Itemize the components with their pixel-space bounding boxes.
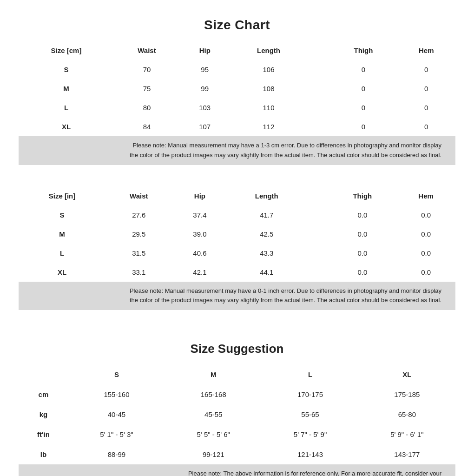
suggestion-table: S M L XL cm 155-160 165-168 170-175 175-… — [19, 364, 455, 464]
cm-length-cell: 110 — [230, 98, 307, 117]
in-header-length: Length — [227, 186, 306, 205]
cm-size-cell: L — [19, 98, 114, 117]
cm-empty-cell — [308, 60, 330, 79]
table-row: S 27.6 37.4 41.7 0.0 0.0 — [19, 205, 455, 225]
in-thigh-cell: 0.0 — [328, 263, 396, 282]
cm-waist-cell: 75 — [114, 79, 180, 98]
in-empty-cell — [306, 225, 328, 244]
cm-empty-cell — [308, 98, 330, 117]
cm-size-cell: S — [19, 60, 114, 79]
cm-hem-cell: 0 — [397, 79, 455, 98]
page-title: Size Chart — [19, 18, 455, 33]
suggestion-label-cell: lb — [19, 444, 68, 464]
cm-waist-cell: 80 — [114, 98, 180, 117]
in-empty-cell — [306, 205, 328, 225]
suggestion-header-xl: XL — [359, 364, 455, 384]
in-length-cell: 41.7 — [227, 205, 306, 225]
in-hem-cell: 0.0 — [396, 225, 455, 244]
cm-table-section: Size [cm] Waist Hip Length Thigh Hem S 7… — [19, 41, 455, 165]
in-hip-cell: 40.6 — [172, 244, 228, 263]
cm-length-cell: 106 — [230, 60, 307, 79]
suggestion-label-cell: cm — [19, 384, 68, 404]
in-length-cell: 44.1 — [227, 263, 306, 282]
in-waist-cell: 33.1 — [105, 263, 172, 282]
suggestion-header-s: S — [68, 364, 165, 384]
in-length-cell: 43.3 — [227, 244, 306, 263]
cm-size-cell: M — [19, 79, 114, 98]
list-item: lb 88-99 99-121 121-143 143-177 — [19, 444, 455, 464]
cm-header-waist: Waist — [114, 41, 180, 60]
in-waist-cell: 31.5 — [105, 244, 172, 263]
table-row: XL 84 107 112 0 0 — [19, 117, 455, 136]
in-header-empty — [306, 186, 328, 205]
in-note: Please note: Manual measurement may have… — [19, 282, 455, 311]
suggestion-label-cell: ft'in — [19, 424, 68, 444]
table-row: M 29.5 39.0 42.5 0.0 0.0 — [19, 225, 455, 244]
suggestion-label-cell: kg — [19, 404, 68, 424]
suggestion-title: Size Suggestion — [19, 342, 455, 356]
suggestion-header-m: M — [165, 364, 262, 384]
suggestion-m-cell: 45-55 — [165, 404, 262, 424]
in-thigh-cell: 0.0 — [328, 244, 396, 263]
suggestion-s-cell: 155-160 — [68, 384, 165, 404]
table-row: M 75 99 108 0 0 — [19, 79, 455, 98]
in-hem-cell: 0.0 — [396, 205, 455, 225]
cm-thigh-cell: 0 — [329, 98, 397, 117]
suggestion-l-cell: 55-65 — [262, 404, 358, 424]
suggestion-header-row: S M L XL — [19, 364, 455, 384]
cm-thigh-cell: 0 — [329, 79, 397, 98]
in-thigh-cell: 0.0 — [328, 225, 396, 244]
in-length-cell: 42.5 — [227, 225, 306, 244]
cm-size-table: Size [cm] Waist Hip Length Thigh Hem S 7… — [19, 41, 455, 136]
cm-length-cell: 112 — [230, 117, 307, 136]
in-empty-cell — [306, 244, 328, 263]
cm-hip-cell: 107 — [180, 117, 230, 136]
in-size-cell: S — [19, 205, 105, 225]
cm-header-hip: Hip — [180, 41, 230, 60]
cm-length-cell: 108 — [230, 79, 307, 98]
in-header-hem: Hem — [396, 186, 455, 205]
cm-hem-cell: 0 — [397, 60, 455, 79]
in-hip-cell: 42.1 — [172, 263, 228, 282]
in-size-cell: M — [19, 225, 105, 244]
in-header-waist: Waist — [105, 186, 172, 205]
cm-empty-cell — [308, 117, 330, 136]
cm-header-row: Size [cm] Waist Hip Length Thigh Hem — [19, 41, 455, 60]
cm-hip-cell: 99 — [180, 79, 230, 98]
in-hem-cell: 0.0 — [396, 244, 455, 263]
in-hip-cell: 37.4 — [172, 205, 228, 225]
in-hip-cell: 39.0 — [172, 225, 228, 244]
in-header-row: Size [in] Waist Hip Length Thigh Hem — [19, 186, 455, 205]
suggestion-header-empty — [19, 364, 68, 384]
in-waist-cell: 27.6 — [105, 205, 172, 225]
suggestion-xl-cell: 143-177 — [359, 444, 455, 464]
in-header-thigh: Thigh — [328, 186, 396, 205]
table-row: L 31.5 40.6 43.3 0.0 0.0 — [19, 244, 455, 263]
list-item: kg 40-45 45-55 55-65 65-80 — [19, 404, 455, 424]
cm-note: Please note: Manual measurement may have… — [19, 136, 455, 165]
table-row: L 80 103 110 0 0 — [19, 98, 455, 117]
table-row: XL 33.1 42.1 44.1 0.0 0.0 — [19, 263, 455, 282]
in-size-cell: XL — [19, 263, 105, 282]
cm-header-thigh: Thigh — [329, 41, 397, 60]
in-size-table: Size [in] Waist Hip Length Thigh Hem S 2… — [19, 186, 455, 282]
suggestion-xl-cell: 5' 9" - 6' 1" — [359, 424, 455, 444]
cm-header-size: Size [cm] — [19, 41, 114, 60]
in-empty-cell — [306, 263, 328, 282]
cm-waist-cell: 84 — [114, 117, 180, 136]
cm-empty-cell — [308, 79, 330, 98]
cm-hip-cell: 95 — [180, 60, 230, 79]
table-row: S 70 95 106 0 0 — [19, 60, 455, 79]
suggestion-l-cell: 121-143 — [262, 444, 358, 464]
cm-size-cell: XL — [19, 117, 114, 136]
suggestion-s-cell: 5' 1" - 5' 3" — [68, 424, 165, 444]
suggestion-header-l: L — [262, 364, 358, 384]
cm-hip-cell: 103 — [180, 98, 230, 117]
list-item: cm 155-160 165-168 170-175 175-185 — [19, 384, 455, 404]
suggestion-l-cell: 170-175 — [262, 384, 358, 404]
suggestion-s-cell: 88-99 — [68, 444, 165, 464]
suggestion-xl-cell: 175-185 — [359, 384, 455, 404]
suggestion-note: Please note: The above information is fo… — [19, 464, 455, 476]
suggestion-m-cell: 99-121 — [165, 444, 262, 464]
cm-header-length: Length — [230, 41, 307, 60]
